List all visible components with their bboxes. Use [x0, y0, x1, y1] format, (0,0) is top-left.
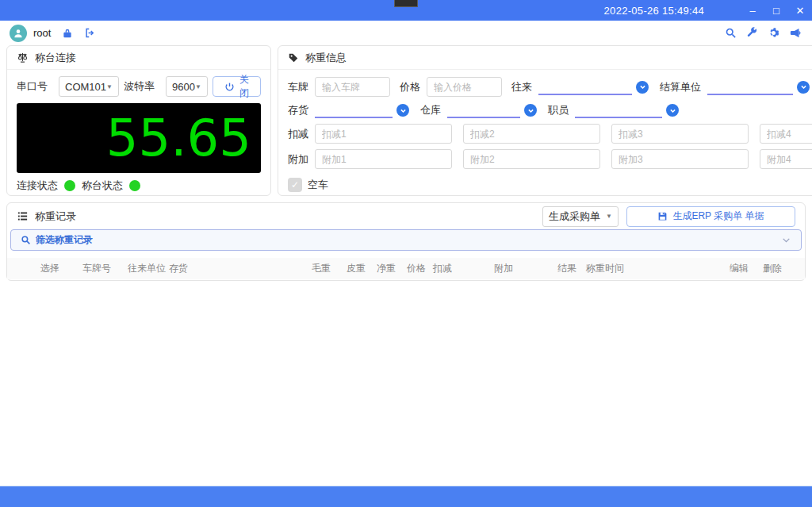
extra-input-2[interactable] [463, 149, 600, 169]
scale-panel-title: 称台连接 [35, 51, 76, 65]
baud-rate-label: 波特率 [124, 79, 155, 94]
lock-icon[interactable] [62, 28, 73, 39]
power-icon [224, 82, 235, 92]
deduct-input-2[interactable] [463, 124, 600, 144]
col-extra: 附加 [494, 262, 515, 275]
save-icon [657, 211, 668, 221]
tag-icon [288, 52, 299, 63]
plate-input[interactable] [315, 77, 390, 97]
baud-rate-select[interactable]: 9600▼ [166, 76, 208, 97]
col-gross: 毛重 [312, 262, 332, 275]
scale-connection-panel: 称台连接 串口号 COM101▼ 波特率 9600▼ [6, 45, 271, 196]
generate-order-select[interactable]: 生成采购单▼ [542, 206, 619, 227]
gear-icon[interactable] [768, 27, 779, 39]
price-input[interactable] [427, 77, 502, 97]
serial-port-label: 串口号 [17, 79, 48, 94]
extra-label: 附加 [288, 152, 308, 167]
col-deduct: 扣减 [433, 262, 454, 275]
warehouse-label: 仓库 [420, 103, 441, 117]
records-table-header: 选择 车牌号 往来单位 存货 毛重 皮重 净重 价格 扣减 附加 结果 称重时间… [7, 258, 805, 279]
weight-display: 55.65 [17, 103, 261, 173]
maximize-button[interactable]: □ [764, 5, 788, 17]
chevron-down-icon[interactable] [636, 81, 649, 94]
col-result: 结果 [557, 262, 578, 275]
window-titlebar: 2022-05-26 15:49:44 – □ ✕ [0, 0, 812, 21]
caret-down-icon: ▼ [606, 213, 612, 220]
records-panel-title: 称重记录 [35, 209, 76, 224]
col-select: 选择 [40, 262, 68, 275]
minimize-button[interactable]: – [741, 5, 764, 17]
balance-scale-icon [17, 52, 29, 63]
extra-input-4[interactable] [760, 149, 812, 169]
settle-unit-label: 结算单位 [660, 80, 701, 94]
clock-timestamp: 2022-05-26 15:49:44 [604, 5, 704, 17]
settle-unit-select-field[interactable] [707, 79, 793, 95]
deduct-input-4[interactable] [760, 124, 812, 144]
chevron-down-icon[interactable] [396, 104, 409, 117]
chevron-down-icon [781, 235, 791, 245]
search-icon [21, 235, 31, 245]
empty-vehicle-label: 空车 [308, 178, 328, 192]
contact-label: 往来 [511, 80, 532, 94]
serial-port-select[interactable]: COM101▼ [59, 76, 119, 97]
close-button[interactable]: ✕ [788, 5, 812, 17]
chevron-down-icon[interactable] [524, 104, 537, 117]
extra-input-1[interactable] [315, 149, 452, 169]
megaphone-icon[interactable] [789, 27, 801, 39]
extra-input-3[interactable] [611, 149, 749, 169]
col-inventory: 存货 [169, 262, 312, 275]
user-avatar-icon [10, 25, 27, 42]
scale-status-indicator [129, 180, 140, 191]
price-label: 价格 [400, 80, 420, 94]
footer-bar [0, 486, 812, 507]
weighing-info-panel: 称重信息 车牌 价格 往来 结算单位 [278, 45, 812, 196]
deduct-input-1[interactable] [315, 124, 452, 144]
col-edit: 编辑 [730, 262, 752, 275]
chevron-down-icon[interactable] [797, 81, 810, 94]
search-icon[interactable] [725, 27, 737, 39]
weighing-records-panel: 称重记录 生成采购单▼ 生成ERP 采购单 单据 筛选称重记录 [6, 202, 806, 281]
contact-select-field[interactable] [538, 79, 632, 95]
scale-status-label: 称台状态 [82, 179, 123, 193]
filter-records-collapse[interactable]: 筛选称重记录 [10, 229, 802, 251]
staff-label: 职员 [548, 103, 569, 117]
inventory-label: 存货 [288, 103, 308, 117]
deduct-input-3[interactable] [611, 124, 749, 144]
col-net: 净重 [377, 262, 397, 275]
col-time: 称重时间 [586, 262, 730, 275]
col-unit: 往来单位 [128, 262, 169, 275]
col-price: 价格 [407, 262, 427, 275]
info-panel-title: 称重信息 [305, 51, 347, 65]
col-delete: 删除 [763, 262, 785, 275]
empty-vehicle-checkbox[interactable]: ✓ [288, 178, 302, 192]
connection-status-label: 连接状态 [17, 179, 58, 193]
logout-icon[interactable] [84, 27, 96, 39]
screen-notch [394, 0, 418, 7]
caret-down-icon: ▼ [106, 83, 113, 90]
connection-status-indicator [64, 180, 75, 191]
chevron-down-icon[interactable] [666, 104, 679, 117]
list-icon [17, 210, 29, 222]
weight-value: 55.65 [106, 113, 251, 163]
warehouse-select-field[interactable] [447, 102, 520, 118]
plate-label: 车牌 [288, 80, 308, 94]
col-plate: 车牌号 [82, 262, 116, 275]
inventory-select-field[interactable] [315, 102, 393, 118]
col-tare: 皮重 [347, 262, 367, 275]
username-label: root [33, 27, 51, 39]
toolbar: root [0, 21, 812, 45]
caret-down-icon: ▼ [195, 83, 201, 90]
disconnect-button[interactable]: 关闭 [213, 76, 261, 97]
wrench-icon[interactable] [746, 27, 758, 39]
deduct-label: 扣减 [288, 127, 308, 141]
generate-erp-button[interactable]: 生成ERP 采购单 单据 [626, 206, 795, 227]
staff-select-field[interactable] [575, 102, 662, 118]
